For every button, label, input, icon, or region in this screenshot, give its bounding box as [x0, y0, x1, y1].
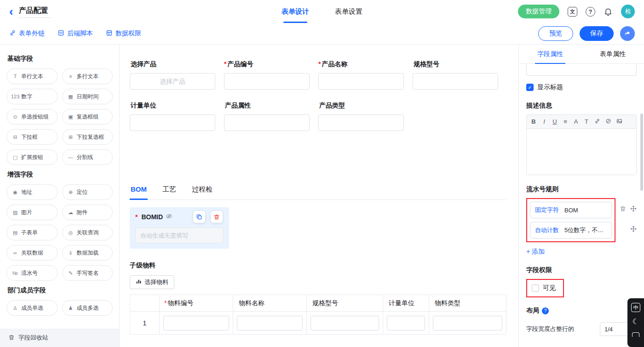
description-textarea[interactable]: [527, 129, 636, 175]
sidebar-item-number[interactable]: 123数字: [6, 89, 58, 104]
field-product-code[interactable]: *产品编号: [224, 60, 310, 90]
field-product-name[interactable]: *产品名称: [318, 60, 404, 90]
selected-field-bomid[interactable]: * BOMID: [130, 207, 229, 249]
field-width-label: 字段宽度占整行的: [526, 325, 574, 333]
enhanced-fields-grid: ◉地址 ⊕定位 ▨图片 ☁附件 ▤子表单 ◎关联查询 ∞关联数据 ⇓数据加载 №…: [6, 184, 113, 281]
page-title[interactable]: 产品配置: [18, 5, 51, 18]
tab-form-settings[interactable]: 表单设置: [335, 0, 362, 23]
product-type-input[interactable]: [318, 114, 404, 131]
field-unit[interactable]: 计量单位: [130, 102, 215, 131]
share-button[interactable]: [620, 26, 635, 41]
location-icon: ⊕: [67, 189, 75, 195]
product-attr-input[interactable]: [224, 114, 310, 131]
tab-field-properties[interactable]: 字段属性: [519, 45, 581, 63]
theme-icon-partial[interactable]: [632, 332, 639, 337]
table-row: 1: [130, 312, 506, 335]
serial-rules-highlight-box: 固定字符 BOM 自动计数 5位数字，不自...: [526, 198, 615, 242]
select-material-button[interactable]: 选择物料: [130, 275, 174, 289]
layout-help-icon[interactable]: ?: [542, 307, 549, 314]
product-code-input[interactable]: [224, 73, 310, 90]
sidebar-item-single-line-text[interactable]: T单行文本: [6, 68, 58, 84]
field-select-product[interactable]: 选择产品: [130, 60, 215, 90]
insert-link-icon[interactable]: [594, 118, 600, 125]
language-toggle-icon[interactable]: 中: [631, 303, 640, 312]
related-data-icon: ∞: [11, 250, 19, 256]
avatar[interactable]: 检: [621, 5, 635, 18]
tab-process[interactable]: 工艺: [161, 185, 177, 199]
insert-image-icon[interactable]: [616, 118, 622, 125]
bell-icon[interactable]: [604, 7, 613, 16]
sidebar-item-select[interactable]: ⊟下拉框: [6, 129, 58, 145]
description-editor: B I U ≡ A T: [526, 114, 637, 175]
back-icon[interactable]: ‹: [9, 6, 13, 17]
member-multi-icon: ♟: [67, 305, 75, 311]
sidebar-item-serial-number[interactable]: №流水号: [6, 265, 58, 281]
data-manage-button[interactable]: 数据管理: [518, 5, 559, 18]
sidebar-item-location[interactable]: ⊕定位: [62, 184, 113, 200]
add-rule-link[interactable]: + 添加: [526, 248, 545, 256]
material-code-input[interactable]: [163, 316, 229, 330]
tab-form-properties[interactable]: 表单属性: [581, 45, 644, 63]
bold-icon[interactable]: B: [531, 118, 536, 125]
sidebar-item-multi-select[interactable]: ⊞下拉复选框: [62, 129, 113, 145]
bomid-input[interactable]: [135, 228, 224, 243]
tab-process-check[interactable]: 过程检: [191, 185, 213, 199]
sidebar-item-multi-line-text[interactable]: ≡多行文本: [62, 68, 113, 84]
help-icon[interactable]: ?: [586, 7, 595, 17]
sidebar-item-datetime[interactable]: ▦日期时间: [62, 89, 113, 104]
backend-script-link[interactable]: 后端脚本: [58, 29, 93, 38]
visible-checkbox[interactable]: [532, 284, 539, 292]
rule-row-auto-count[interactable]: 自动计数 5位数字，不自...: [530, 222, 612, 239]
sidebar-item-member-multi[interactable]: ♟成员多选: [62, 300, 113, 316]
preview-button[interactable]: 预览: [538, 26, 573, 41]
material-spec-input[interactable]: [310, 316, 379, 330]
sidebar-item-signature[interactable]: ✎手写签名: [62, 265, 113, 281]
field-recycle-bin[interactable]: 字段回收站: [0, 329, 119, 347]
product-name-input[interactable]: [318, 73, 404, 90]
material-unit-input[interactable]: [387, 316, 425, 330]
field-product-type[interactable]: 产品类型: [318, 102, 404, 131]
font-size-icon[interactable]: T: [584, 118, 589, 125]
field-product-attr[interactable]: 产品属性: [224, 102, 310, 131]
list-icon[interactable]: ≡: [563, 118, 568, 125]
material-name-input[interactable]: [237, 316, 303, 330]
unit-input[interactable]: [130, 114, 215, 131]
delete-field-button[interactable]: [211, 211, 223, 223]
italic-icon[interactable]: I: [541, 118, 547, 125]
sidebar-item-related-data[interactable]: ∞关联数据: [6, 245, 58, 261]
copy-field-button[interactable]: [193, 211, 205, 223]
sidebar-item-data-load[interactable]: ⇓数据加载: [62, 245, 113, 261]
rule-row-fixed-char[interactable]: 固定字符 BOM: [530, 202, 612, 218]
form-external-link[interactable]: 表单外链: [9, 29, 45, 38]
data-permission-link[interactable]: 数据权限: [106, 29, 141, 38]
drag-rule-icon[interactable]: [630, 205, 637, 212]
material-type-input[interactable]: [433, 316, 502, 330]
panel-scrollbar[interactable]: [640, 114, 643, 191]
font-color-icon[interactable]: A: [573, 118, 579, 125]
sidebar-item-attachment[interactable]: ☁附件: [62, 205, 113, 220]
dark-mode-icon[interactable]: ☾: [632, 318, 639, 325]
show-title-checkbox[interactable]: ✓: [526, 84, 534, 91]
sidebar-item-extend-button[interactable]: ▢扩展按钮: [6, 149, 58, 165]
basic-fields-grid: T单行文本 ≡多行文本 123数字 ▦日期时间 ⊙单选按钮组 ▣复选框组 ⊟下拉…: [6, 68, 113, 165]
delete-rule-icon[interactable]: [620, 205, 626, 212]
tab-form-design[interactable]: 表单设计: [282, 0, 309, 23]
spec-model-input[interactable]: [413, 73, 498, 90]
underline-icon[interactable]: U: [552, 118, 558, 125]
drag-rule-icon[interactable]: [630, 226, 637, 232]
sidebar-item-address[interactable]: ◉地址: [6, 184, 58, 200]
sidebar-item-divider[interactable]: —分割线: [62, 149, 113, 165]
sidebar-item-checkbox-group[interactable]: ▣复选框组: [62, 109, 113, 125]
sidebar-item-member-single[interactable]: ♙成员单选: [6, 300, 58, 316]
tab-bom[interactable]: BOM: [130, 185, 148, 199]
field-spec-model[interactable]: 规格型号: [413, 60, 498, 90]
save-button[interactable]: 保存: [580, 26, 614, 41]
sidebar-item-subform[interactable]: ▤子表单: [6, 225, 58, 240]
partial-scrolled-input[interactable]: [526, 64, 637, 76]
select-product-input[interactable]: [130, 73, 215, 90]
sidebar-item-radio-group[interactable]: ⊙单选按钮组: [6, 109, 58, 125]
sidebar-item-image[interactable]: ▨图片: [6, 205, 58, 220]
sidebar-item-lookup-query[interactable]: ◎关联查询: [62, 225, 113, 240]
language-icon[interactable]: 文: [568, 7, 577, 17]
remove-link-icon[interactable]: [605, 118, 611, 125]
